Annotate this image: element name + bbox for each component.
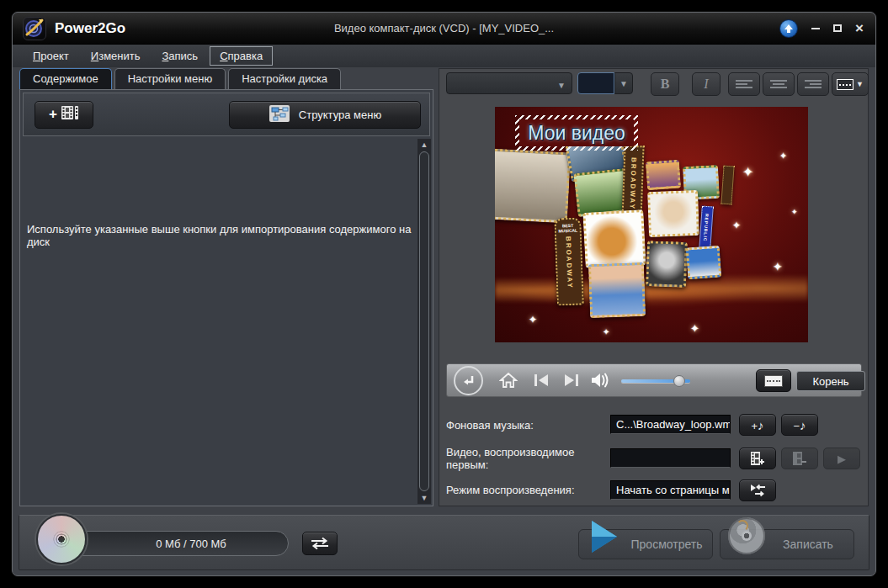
sparkle-icon: ✦ <box>732 220 741 231</box>
menu-edit[interactable]: Изменить <box>81 46 151 66</box>
disc-capacity-meter: 0 Мб / 700 Мб <box>60 531 289 556</box>
font-size-input[interactable] <box>577 72 614 94</box>
disc-icon <box>36 514 87 564</box>
burn-disc-icon <box>728 517 765 554</box>
sparkle-icon: ✦ <box>742 164 753 180</box>
menu-project[interactable]: Проект <box>23 46 79 66</box>
speaker-icon[interactable] <box>590 372 612 392</box>
root-menu-button[interactable]: Корень <box>796 371 865 391</box>
remote-icon <box>764 375 783 387</box>
switch-disc-button[interactable] <box>302 532 338 555</box>
playback-mode-label: Режим воспроизведения: <box>446 484 602 496</box>
scrollbar[interactable]: ▲ ▼ <box>417 139 431 504</box>
small-marquee-sign <box>721 166 734 205</box>
chevron-down-icon: ▼ <box>557 81 566 90</box>
sparkle-icon: ✦ <box>773 260 783 273</box>
scroll-down-icon[interactable]: ▼ <box>417 492 431 504</box>
tab-content[interactable]: Содержимое <box>19 68 112 89</box>
minimize-button[interactable] <box>811 28 820 29</box>
playback-mode-icon <box>748 483 767 498</box>
return-button[interactable] <box>454 366 483 395</box>
first-play-video-label: Видео, воспроизводимое первым: <box>446 446 602 471</box>
menu-help[interactable]: Справка <box>210 46 273 66</box>
window-title: Видео компакт-диск (VCD) - [MY_VIDEO_... <box>181 22 707 34</box>
tv-safe-zone-button[interactable]: ▼ <box>832 72 869 96</box>
return-icon <box>461 374 476 388</box>
italic-button[interactable]: I <box>692 72 721 96</box>
best-musical-sign: BEST MUSICAL BROADWAY <box>554 217 584 305</box>
bold-button[interactable]: B <box>651 72 679 96</box>
safe-zone-icon <box>837 79 853 90</box>
menu-structure-label: Структура меню <box>299 109 381 121</box>
photo-frame <box>495 149 571 224</box>
align-right-icon <box>805 78 822 90</box>
title-bar[interactable]: Power2Go Видео компакт-диск (VCD) - [MY_… <box>13 13 875 45</box>
background-music-label: Фоновая музыка: <box>446 419 602 432</box>
menu-title-text[interactable]: Мои видео <box>528 122 625 145</box>
menu-burn[interactable]: Запись <box>152 46 208 66</box>
align-right-button[interactable] <box>797 72 829 96</box>
swap-arrows-icon <box>309 536 331 551</box>
close-button[interactable]: × <box>855 21 864 35</box>
home-button[interactable] <box>499 372 518 392</box>
add-music-button[interactable]: +♪ <box>739 414 776 436</box>
photo-frame <box>686 246 722 280</box>
align-center-icon <box>770 78 787 90</box>
sparkle-icon: ✦ <box>791 208 798 216</box>
tab-menu-settings[interactable]: Настройки меню <box>114 68 226 89</box>
font-size-dropdown-arrow[interactable]: ▼ <box>614 72 633 94</box>
font-family-dropdown[interactable]: ▼ <box>446 72 572 94</box>
add-first-video-button[interactable] <box>739 448 776 469</box>
remove-music-icon: −♪ <box>793 418 806 432</box>
upgrade-icon[interactable] <box>779 19 798 38</box>
import-toolbar: + <box>23 93 430 136</box>
photo-frame <box>582 209 646 268</box>
app-name: Power2Go <box>55 20 125 37</box>
remote-control-button[interactable] <box>756 369 791 392</box>
playback-mode-button[interactable] <box>739 479 776 501</box>
menu-structure-button[interactable]: Структура меню <box>229 101 421 129</box>
disc-menu-preview[interactable]: ✦ ✦ ✦ ✦ ✦ ✦ ✦ ✦ BROADWAY REPUBLIC BEST M… <box>495 107 808 342</box>
previous-button[interactable] <box>533 373 550 390</box>
volume-slider-thumb[interactable] <box>673 375 685 387</box>
add-music-icon: +♪ <box>751 418 763 432</box>
player-bar: Корень <box>446 363 862 397</box>
sparkle-icon: ✦ <box>779 151 787 162</box>
menu-preview-column: ▼ ▼ B I ▼ ✦ ✦ ✦ ✦ ✦ <box>439 68 869 506</box>
scroll-up-icon[interactable]: ▲ <box>417 139 431 151</box>
align-left-icon <box>736 78 752 90</box>
play-icon: ▶ <box>837 453 846 465</box>
filmstrip-icon <box>61 105 79 124</box>
tab-disc-settings[interactable]: Настройки диска <box>228 68 341 89</box>
tab-strip: Содержимое Настройки меню Настройки диск… <box>19 68 433 89</box>
preview-play-icon <box>588 519 620 554</box>
power2go-logo-icon <box>23 17 46 40</box>
sparkle-icon: ✦ <box>529 314 537 326</box>
menu-title-selection[interactable]: Мои видео <box>515 115 638 151</box>
align-center-button[interactable] <box>763 72 795 96</box>
maximize-button[interactable] <box>833 24 842 32</box>
playback-mode-field[interactable]: Начать со страницы м... <box>610 480 731 500</box>
bottom-bar: 0 Мб / 700 Мб Просмотреть Записать <box>19 515 869 570</box>
font-toolbar: ▼ ▼ B I ▼ <box>439 72 868 98</box>
chevron-down-icon: ▼ <box>856 80 864 88</box>
photo-frame <box>647 190 699 237</box>
add-video-button[interactable]: + <box>35 101 93 129</box>
content-panel: + <box>19 89 433 506</box>
add-video-icon <box>749 451 766 466</box>
scrollbar-thumb[interactable] <box>419 151 429 491</box>
first-play-video-field[interactable] <box>610 448 731 468</box>
remove-first-video-button[interactable] <box>781 448 818 469</box>
app-window: Power2Go Видео компакт-диск (VCD) - [MY_… <box>12 12 876 576</box>
next-button[interactable] <box>563 373 580 390</box>
background-music-field[interactable]: C...\Broadway_loop.wma <box>610 415 731 434</box>
align-left-button[interactable] <box>728 72 760 96</box>
menu-bar: Проект Изменить Запись Справка <box>13 45 875 67</box>
remove-music-button[interactable]: −♪ <box>781 414 818 436</box>
play-first-video-button[interactable]: ▶ <box>823 448 860 469</box>
volume-slider[interactable] <box>621 379 690 383</box>
import-hint-text: Используйте указанные выше кнопки для им… <box>27 223 412 248</box>
content-column: Содержимое Настройки меню Настройки диск… <box>19 68 433 506</box>
menu-structure-icon <box>269 104 290 125</box>
photo-frame <box>588 262 646 318</box>
